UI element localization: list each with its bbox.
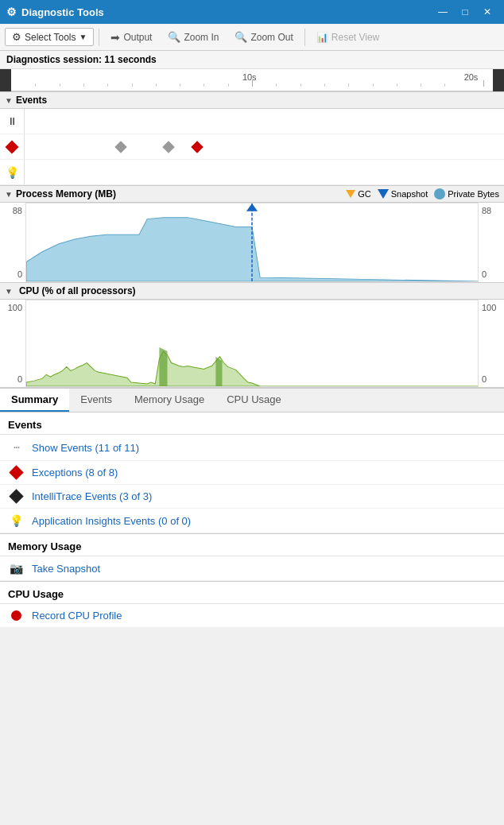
bottom-section: Summary Events Memory Usage CPU Usage Ev… xyxy=(0,387,504,628)
session-info-text: Diagnostics session: 11 seconds xyxy=(6,54,157,65)
summary-item-intellitrace[interactable]: IntelliTrace Events (3 of 3) xyxy=(0,485,504,509)
snapshot-legend-item: Snapshot xyxy=(378,189,428,199)
cpu-section-label: CPU (% of all processors) xyxy=(19,285,136,296)
ruler-tick xyxy=(204,83,204,87)
memory-y-max-left: 88 xyxy=(3,206,22,215)
camera-icon: 📷 xyxy=(10,562,23,575)
show-events-icon: ··· xyxy=(8,440,24,455)
cpu-y-max-right: 100 xyxy=(482,303,501,312)
cpu-y-axis-right: 100 0 xyxy=(479,300,504,387)
cpu-chart-area xyxy=(25,300,479,387)
gear-small-icon: ⚙ xyxy=(12,31,21,43)
reset-view-button: 📊 Reset View xyxy=(310,29,386,45)
exceptions-icon xyxy=(8,467,24,478)
ruler-tick xyxy=(300,83,301,87)
tab-bar: Summary Events Memory Usage CPU Usage xyxy=(0,389,504,412)
ruler-tick xyxy=(324,83,325,87)
private-bytes-circle-icon xyxy=(434,188,445,199)
app-title: Diagnostic Tools xyxy=(21,6,104,18)
memory-y-min-right: 0 xyxy=(482,269,501,279)
summary-cpu-header: CPU Usage xyxy=(0,582,504,604)
memory-section-header[interactable]: ▼ Process Memory (MB) GC Snapshot Privat… xyxy=(0,185,504,203)
window-controls: — □ ✕ xyxy=(432,3,498,21)
record-icon-container xyxy=(8,610,24,621)
title-bar: ⚙ Diagnostic Tools — □ ✕ xyxy=(0,0,504,24)
memory-chart-container: 88 0 88 0 xyxy=(0,203,504,282)
summary-item-show-events[interactable]: ··· Show Events (11 of 11) xyxy=(0,435,504,461)
events-section-header[interactable]: ▼ Events xyxy=(0,91,504,109)
exceptions-text: Exceptions (8 of 8) xyxy=(32,467,118,478)
memory-y-max-right: 88 xyxy=(482,206,501,215)
session-info: Diagnostics session: 11 seconds xyxy=(0,51,504,69)
ruler-tick xyxy=(60,83,60,87)
cpu-area-polygon xyxy=(26,351,478,386)
memory-svg xyxy=(26,203,478,281)
title-left: ⚙ Diagnostic Tools xyxy=(6,6,104,18)
cpu-collapse-arrow: ▼ xyxy=(5,287,13,296)
event-marker-2 xyxy=(162,141,175,153)
event-row-bulb: 💡 xyxy=(0,160,504,185)
summary-item-record-cpu[interactable]: Record CPU Profile xyxy=(0,604,504,628)
cpu-spike-1 xyxy=(159,347,167,386)
ruler-tick xyxy=(83,83,84,87)
show-events-text: Show Events (11 of 11) xyxy=(32,442,139,454)
zoom-out-label: Zoom Out xyxy=(250,32,293,43)
record-cpu-text: Record CPU Profile xyxy=(32,610,122,622)
memory-y-axis-right: 88 0 xyxy=(479,203,504,282)
snapshot-triangle-marker xyxy=(246,203,258,211)
bulb-icon: 💡 xyxy=(6,166,19,179)
tab-summary[interactable]: Summary xyxy=(0,389,69,412)
toolbar-separator-2 xyxy=(304,29,305,46)
summary-item-take-snapshot[interactable]: 📷 Take Snapshot xyxy=(0,556,504,581)
snapshot-legend-label: Snapshot xyxy=(391,189,428,199)
tab-cpu-usage[interactable]: CPU Usage xyxy=(215,389,293,412)
restore-button[interactable]: □ xyxy=(455,3,475,21)
camera-icon-container: 📷 xyxy=(8,562,24,575)
zoom-out-button[interactable]: 🔍 Zoom Out xyxy=(228,29,299,45)
event-row-pause: ⏸ xyxy=(0,109,504,134)
ruler-tick xyxy=(228,83,229,87)
tab-events[interactable]: Events xyxy=(69,389,123,412)
app-insights-icon: 💡 xyxy=(8,514,24,527)
memory-collapse-arrow: ▼ xyxy=(5,190,13,199)
output-button[interactable]: ➡ Output xyxy=(104,29,158,46)
gc-legend-label: GC xyxy=(358,189,371,199)
zoom-in-icon: 🔍 xyxy=(168,31,180,43)
close-button[interactable]: ✕ xyxy=(477,3,498,21)
cpu-svg xyxy=(26,300,478,386)
summary-memory-header: Memory Usage xyxy=(0,534,504,556)
minimize-button[interactable]: — xyxy=(432,3,453,21)
ruler-tick xyxy=(373,83,374,87)
ruler-tick xyxy=(132,83,133,87)
summary-events-header: Events xyxy=(0,412,504,435)
zoom-in-button[interactable]: 🔍 Zoom In xyxy=(161,29,225,45)
cpu-section-header[interactable]: ▼ CPU (% of all processors) xyxy=(0,282,504,300)
zoom-out-icon: 🔍 xyxy=(235,31,247,43)
private-bytes-legend-item: Private Bytes xyxy=(434,188,499,199)
ruler-tick xyxy=(421,83,421,87)
cpu-chart-container: 100 0 100 0 xyxy=(0,300,504,387)
summary-item-app-insights[interactable]: 💡 Application Insights Events (0 of 0) xyxy=(0,509,504,533)
memory-chart-area xyxy=(25,203,479,282)
snapshot-triangle-icon xyxy=(378,189,389,199)
ruler-tick xyxy=(276,83,277,87)
take-snapshot-text: Take Snapshot xyxy=(32,563,100,575)
tab-memory-usage[interactable]: Memory Usage xyxy=(123,389,215,412)
select-tools-button[interactable]: ⚙ Select Tools ▼ xyxy=(5,28,94,46)
exception-diamond-icon xyxy=(9,465,23,479)
ruler-major-tick-20 xyxy=(483,80,484,87)
select-tools-label: Select Tools xyxy=(25,32,76,43)
private-bytes-legend-label: Private Bytes xyxy=(448,189,499,199)
event-marker-1 xyxy=(114,141,127,153)
event-row-exceptions xyxy=(0,134,504,160)
intellitrace-text: IntelliTrace Events (3 of 3) xyxy=(32,490,152,502)
ruler-tick xyxy=(444,83,445,87)
ruler-tick xyxy=(180,83,180,87)
app-insights-text: Application Insights Events (0 of 0) xyxy=(32,515,191,527)
toolbar-separator-1 xyxy=(99,29,99,46)
summary-item-exceptions[interactable]: Exceptions (8 of 8) xyxy=(0,461,504,485)
intellitrace-icon xyxy=(8,491,24,502)
ruler-tick xyxy=(35,83,36,87)
toolbar: ⚙ Select Tools ▼ ➡ Output 🔍 Zoom In 🔍 Zo… xyxy=(0,24,504,51)
pause-icon: ⏸ xyxy=(7,115,17,127)
